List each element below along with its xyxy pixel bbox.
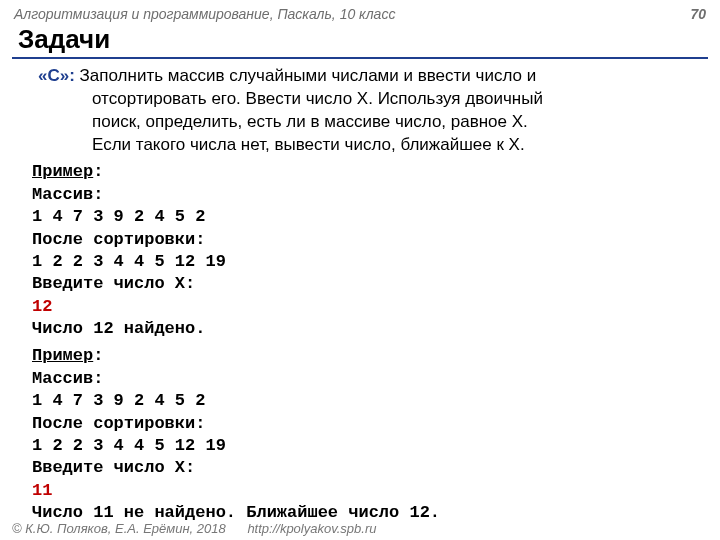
- header-bar: Алгоритмизация и программирование, Паска…: [0, 0, 720, 22]
- example1-line-1: Массив:: [32, 184, 692, 206]
- example1-line-4: 1 2 2 3 4 4 5 12 19: [32, 251, 692, 273]
- example2-header: Пример:: [32, 345, 692, 368]
- example1-line-3: После сортировки:: [32, 229, 692, 251]
- page-number: 70: [690, 6, 706, 22]
- footer-copyright: © К.Ю. Поляков, Е.А. Ерёмин, 2018: [12, 521, 226, 536]
- example2-header-word: Пример: [32, 346, 93, 365]
- example2-line-6: 11: [32, 480, 692, 502]
- example2-line-5: Введите число X:: [32, 457, 692, 479]
- page-title: Задачи: [0, 22, 720, 55]
- example2-line-4: 1 2 2 3 4 4 5 12 19: [32, 435, 692, 457]
- example2-line-1: Массив:: [32, 368, 692, 390]
- task-block: «С»: Заполнить массив случайными числами…: [38, 65, 692, 157]
- title-rule: [12, 57, 708, 59]
- task-line-2: отсортировать его. Ввести число X. Испол…: [38, 88, 692, 111]
- course-title: Алгоритмизация и программирование, Паска…: [14, 6, 395, 22]
- footer: © К.Ю. Поляков, Е.А. Ерёмин, 2018 http:/…: [12, 521, 376, 536]
- example1-line-6: 12: [32, 296, 692, 318]
- example2-line-2: 1 4 7 3 9 2 4 5 2: [32, 390, 692, 412]
- example1-header-colon: :: [93, 162, 103, 181]
- example2-header-colon: :: [93, 346, 103, 365]
- content-area: «С»: Заполнить массив случайными числами…: [0, 65, 720, 525]
- example2-line-3: После сортировки:: [32, 413, 692, 435]
- task-line-4: Если такого числа нет, вывести число, бл…: [38, 134, 692, 157]
- footer-url: http://kpolyakov.spb.ru: [247, 521, 376, 536]
- task-line-1: Заполнить массив случайными числами и вв…: [75, 66, 536, 85]
- example1-line-5: Введите число X:: [32, 273, 692, 295]
- example1-line-2: 1 4 7 3 9 2 4 5 2: [32, 206, 692, 228]
- task-line-3: поиск, определить, есть ли в массиве чис…: [38, 111, 692, 134]
- example1-line-7: Число 12 найдено.: [32, 318, 692, 340]
- task-label: «С»:: [38, 66, 75, 85]
- example1-header: Пример:: [32, 161, 692, 184]
- example1-header-word: Пример: [32, 162, 93, 181]
